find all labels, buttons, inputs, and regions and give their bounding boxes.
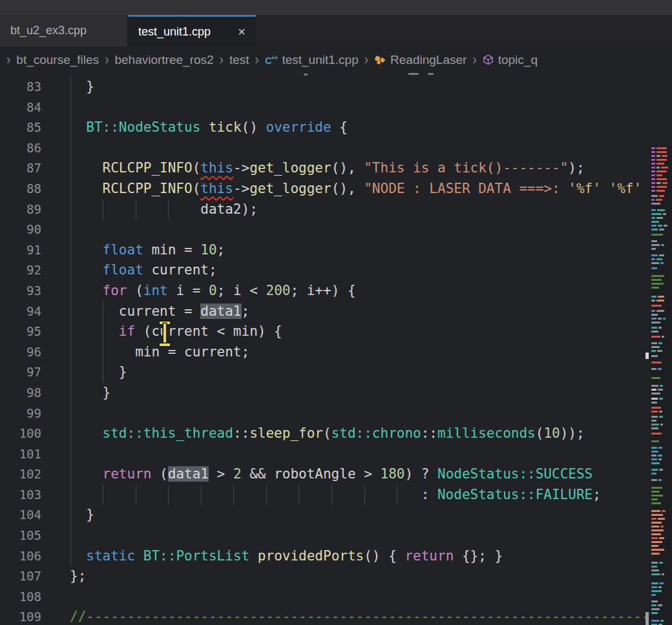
code-line[interactable]: 107}; [0, 566, 648, 587]
minimap-row [651, 582, 658, 584]
minimap-row [651, 451, 658, 453]
code-token [70, 242, 103, 258]
code-line[interactable]: 98 } [0, 383, 648, 404]
minimap-row [651, 258, 655, 260]
minimap-row [658, 389, 663, 391]
code-line[interactable]: 89 data2); [0, 200, 648, 220]
code-token: ; i < [217, 283, 266, 298]
minimap-row [664, 225, 667, 227]
indent-guide [70, 404, 71, 424]
minimap-row [651, 440, 659, 442]
breadcrumb-item-readinglaser[interactable]: ReadingLaser [374, 53, 467, 67]
code-line[interactable]: 86 [0, 138, 648, 159]
minimap-row [656, 151, 667, 153]
minimap-row [656, 258, 662, 260]
close-icon[interactable]: × [238, 25, 246, 38]
indent-guide [70, 546, 71, 567]
code-token: BT::PortsList [143, 548, 249, 564]
minimap-row [651, 473, 656, 475]
indent-guide [70, 97, 71, 118]
minimap-row [658, 455, 662, 456]
code-line[interactable]: 85 BT::NodeStatus tick() override { [0, 118, 648, 138]
minimap-row [651, 355, 658, 357]
code-line[interactable]: 95 if (current < min) { [0, 322, 648, 342]
indent-guide [299, 485, 299, 506]
minimap-row [658, 342, 662, 344]
code-line-text [70, 220, 648, 240]
chevron-right-icon: › [255, 52, 259, 68]
code-line[interactable]: 83 } [0, 77, 648, 97]
code-line[interactable]: 99 [0, 404, 648, 424]
minimap-row [656, 174, 662, 176]
code-line[interactable]: 94 current = data1; [0, 302, 648, 322]
indent-guide [136, 485, 136, 506]
code-line[interactable]: 93 for (int i = 0; i < 200; i++) { [0, 281, 648, 302]
indent-guide [70, 179, 71, 200]
code-line[interactable]: 101 [0, 444, 648, 465]
code-line[interactable]: 84 [0, 97, 648, 118]
code-token: 10 [200, 242, 216, 258]
code-line-text: current = data1; [70, 302, 648, 322]
code-line[interactable]: 100 std::this_thread::sleep_for(std::chr… [0, 424, 648, 444]
code-token: ; [217, 242, 226, 258]
indent-guide [70, 424, 71, 444]
code-token: () { [364, 548, 404, 564]
glyph-fragment [304, 74, 308, 76]
minimap-row [660, 424, 663, 425]
code-line[interactable]: 103 : NodeStatus::FAILURE; [0, 485, 648, 506]
tab-bt-u2-ex3[interactable]: bt_u2_ex3.cpp [0, 15, 128, 46]
minimap-row [662, 182, 667, 184]
code-line[interactable]: 88 RCLCPP_INFO(this->get_logger(), "NODE… [0, 179, 648, 200]
line-number: 90 [0, 220, 41, 240]
code-line[interactable]: 109//-----------------------------------… [0, 607, 648, 625]
breadcrumb-item-test-unit1-cpp[interactable]: C++test_unit1.cpp [265, 53, 359, 67]
line-number: 98 [0, 383, 41, 404]
minimap[interactable] [650, 146, 672, 625]
minimap-row [651, 427, 658, 429]
code-line[interactable]: 90 [0, 220, 648, 240]
code-line[interactable]: 91 float min = 10; [0, 240, 648, 261]
code-line[interactable]: 96 min = current; [0, 342, 648, 363]
code-line[interactable]: 108 [0, 587, 648, 608]
minimap-row [659, 469, 663, 471]
minimap-row [651, 336, 660, 338]
token-this-error: this [200, 160, 233, 176]
code-line[interactable]: 87 RCLCPP_INFO(this->get_logger(), "This… [0, 158, 648, 179]
code-editor[interactable]: 83 }8485 BT::NodeStatus tick() override … [0, 73, 672, 625]
minimap-row [651, 217, 655, 219]
code-line[interactable]: 104 } [0, 505, 648, 526]
code-token: ); [568, 160, 584, 176]
indent-guide [70, 138, 71, 159]
code-token: } [70, 385, 110, 400]
code-line[interactable]: 92 float current; [0, 260, 648, 281]
breadcrumb-item-bt-course-files[interactable]: bt_course_files [16, 53, 99, 67]
code-token: NodeStatus::SUCCESS [437, 466, 593, 482]
code-token [70, 466, 103, 482]
tab-test-unit1[interactable]: test_unit1.cpp × [128, 15, 256, 46]
minimap-row [651, 254, 658, 256]
code-token [70, 181, 103, 196]
code-line[interactable]: 102 return (data1 > 2 && robotAngle > 18… [0, 464, 648, 485]
minimap-row [651, 487, 662, 489]
minimap-row [651, 402, 657, 404]
code-token [70, 283, 103, 298]
line-number: 99 [0, 404, 41, 424]
minimap-row [660, 526, 664, 528]
code-line[interactable]: 105 [0, 526, 648, 546]
code-line[interactable]: 97 } [0, 362, 648, 383]
code-token: '%f' [609, 181, 642, 196]
indent-guide [201, 485, 202, 506]
minimap-row [660, 385, 663, 387]
minimap-row [651, 199, 655, 201]
minimap-row [661, 167, 668, 169]
minimap-row [658, 327, 662, 329]
title-bar [0, 0, 672, 15]
code-line-text: float min = 10; [70, 240, 648, 261]
code-line-text: //--------------------------------------… [70, 607, 648, 625]
breadcrumb-item-behaviortree-ros2[interactable]: behaviortree_ros2 [114, 53, 213, 67]
breadcrumb-label: ReadingLaser [390, 53, 467, 67]
breadcrumb-item-topic-q[interactable]: topic_q [483, 53, 538, 67]
code-line[interactable]: 106 static BT::PortsList providedPorts()… [0, 546, 648, 567]
breadcrumb-item-test[interactable]: test [229, 53, 249, 67]
indent-guide [70, 220, 71, 240]
